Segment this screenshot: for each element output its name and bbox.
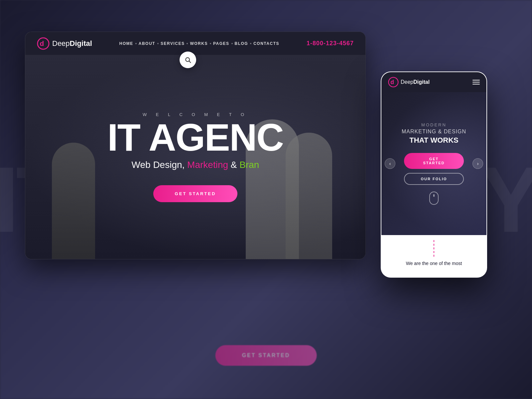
hamburger-line1 [472, 80, 480, 80]
svg-text:d: d [390, 79, 394, 85]
nav-dot [135, 43, 137, 44]
mobile-bottom-section: We are the one of the most [381, 235, 486, 278]
nav-dot [157, 43, 159, 44]
mobile-navbar: d DeepDigital [381, 72, 486, 92]
nav-works[interactable]: WORKS [190, 41, 208, 46]
hero-subtitle: Web Design, Marketing & Bran [107, 160, 283, 170]
bg-text-right: Y [480, 153, 532, 246]
mouse-shape [429, 192, 439, 205]
mobile-title-line2: THAT WORKS [402, 136, 466, 145]
mobile-title-line1: MARKETING & DESIGN [402, 129, 466, 135]
dashed-divider [434, 240, 434, 257]
nav-dot [231, 43, 233, 44]
mobile-logo-icon: d [388, 77, 399, 87]
nav-home[interactable]: HOME [119, 41, 133, 46]
desktop-hero: W E L C O M E T O IT AGENC Web Design, M… [25, 55, 365, 259]
bg-cta-button[interactable]: GET STARTED [215, 345, 317, 366]
nav-about[interactable]: ABOUT [139, 41, 155, 46]
mobile-logo-word1: Deep [401, 79, 413, 85]
mobile-subtitle-top: MODERN [402, 122, 466, 127]
mobile-logo-word2: Digital [413, 79, 430, 85]
mobile-mockup: d DeepDigital ‹ › MODERN MARKETING & DES… [381, 71, 487, 278]
mobile-logo-text: DeepDigital [401, 79, 430, 85]
hero-title: IT AGENC [107, 120, 283, 155]
mobile-logo: d DeepDigital [388, 77, 430, 87]
desktop-nav-links: HOME ABOUT SERVICES WORKS PAGES BLOG CON… [119, 41, 279, 46]
hamburger-line2 [472, 82, 480, 82]
nav-dot [210, 43, 211, 44]
search-bubble-button[interactable] [180, 52, 196, 68]
search-icon [185, 57, 191, 63]
desktop-cta-button[interactable]: GET STARTED [153, 185, 238, 202]
hamburger-menu[interactable] [472, 80, 480, 84]
nav-services[interactable]: SERVICES [161, 41, 185, 46]
nav-contacts[interactable]: CONTACTS [253, 41, 279, 46]
subtitle-green: Marketing [187, 160, 228, 170]
person-left [52, 143, 95, 259]
person-right [286, 133, 332, 259]
desktop-navbar: d DeepDigital HOME ABOUT SERVICES WORKS … [25, 32, 365, 55]
logo-icon: d [37, 37, 50, 50]
mobile-buttons: GET STARTED OUR FOLIO [402, 153, 466, 185]
mobile-next-button[interactable]: › [472, 158, 483, 169]
nav-dot [250, 43, 251, 44]
hero-content: W E L C O M E T O IT AGENC Web Design, M… [107, 112, 283, 202]
nav-blog[interactable]: BLOG [235, 41, 248, 46]
logo-word1: Deep [52, 39, 70, 48]
subtitle-pink: Bran [239, 160, 259, 170]
desktop-logo: d DeepDigital [37, 37, 92, 50]
mouse-icon [402, 192, 466, 205]
mobile-prev-button[interactable]: ‹ [385, 158, 395, 169]
subtitle-white: Web Design, [132, 160, 185, 170]
nav-pages[interactable]: PAGES [213, 41, 229, 46]
mobile-our-folio-button[interactable]: OUR FOLIO [404, 173, 464, 185]
mobile-hero-content: MODERN MARKETING & DESIGN THAT WORKS GET… [402, 122, 466, 205]
hamburger-line3 [472, 84, 480, 84]
mobile-hero: ‹ › MODERN MARKETING & DESIGN THAT WORKS… [381, 92, 486, 235]
logo-word2: Digital [70, 39, 92, 48]
desktop-mockup: d DeepDigital HOME ABOUT SERVICES WORKS … [25, 32, 366, 259]
nav-phone[interactable]: 1-800-123-4567 [307, 40, 354, 47]
mobile-get-started-button[interactable]: GET STARTED [404, 153, 464, 169]
desktop-logo-text: DeepDigital [52, 39, 92, 48]
svg-line-1 [189, 61, 191, 63]
svg-text:d: d [40, 39, 44, 47]
subtitle-amp: & [231, 160, 239, 170]
mobile-bottom-text: We are the one of the most [406, 261, 462, 266]
mouse-wheel [433, 194, 435, 197]
nav-dot [187, 43, 188, 44]
